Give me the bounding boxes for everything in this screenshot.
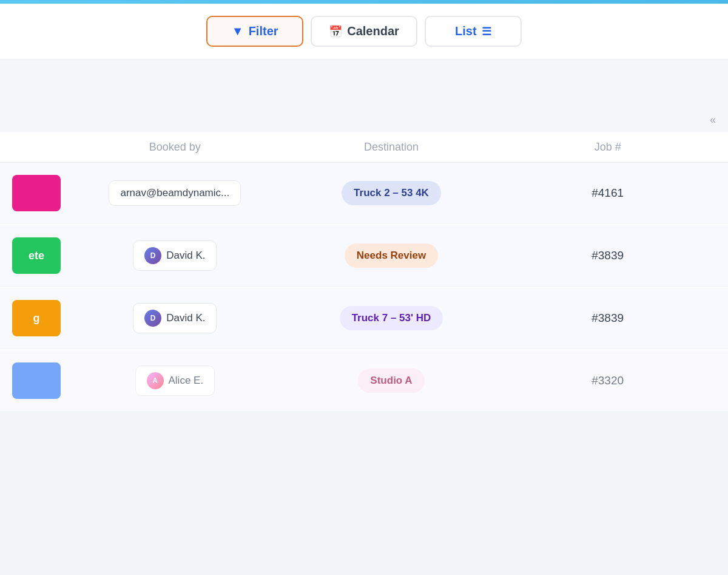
list-icon: ☰ — [482, 25, 491, 38]
collapse-sidebar-button[interactable]: « — [710, 114, 716, 126]
job-cell-4: #3320 — [499, 374, 716, 387]
col-item-header — [12, 141, 67, 154]
job-cell-3: #3839 — [499, 311, 716, 325]
table-header: Booked by Destination Job # — [0, 132, 728, 163]
job-number-2: #3839 — [592, 249, 624, 262]
booked-by-cell-3: D David K. — [67, 303, 283, 333]
destination-badge-3: Truck 7 – 53' HD — [340, 306, 443, 330]
booked-by-text-3: David K. — [166, 312, 205, 324]
destination-cell-2: Needs Review — [283, 243, 500, 268]
destination-cell-4: Studio A — [283, 369, 500, 393]
destination-text-3: Truck 7 – 53' HD — [352, 312, 431, 324]
booked-badge-4: A Alice E. — [135, 366, 215, 396]
destination-badge-1: Truck 2 – 53 4K — [342, 181, 441, 205]
row-label-1 — [12, 175, 67, 211]
destination-cell-3: Truck 7 – 53' HD — [283, 306, 500, 330]
table-row[interactable]: g D David K. Truck 7 – 53' HD #3839 — [0, 288, 728, 349]
filter-label: Filter — [249, 24, 278, 38]
filter-button[interactable]: ▼ Filter — [206, 16, 303, 47]
avatar-3: D — [144, 310, 161, 327]
toolbar: ▼ Filter 📅 Calendar List ☰ — [206, 16, 522, 47]
booked-by-text-4: Alice E. — [169, 375, 204, 387]
list-label: List — [455, 24, 477, 38]
booked-by-text-1: arnav@beamdynamic... — [120, 187, 229, 199]
destination-text-2: Needs Review — [357, 250, 426, 261]
destination-text-1: Truck 2 – 53 4K — [354, 187, 429, 199]
destination-badge-2: Needs Review — [345, 243, 438, 268]
label-badge-3: g — [12, 300, 61, 336]
destination-text-4: Studio A — [370, 375, 412, 386]
table-row[interactable]: arnav@beamdynamic... Truck 2 – 53 4K #41… — [0, 163, 728, 224]
calendar-button[interactable]: 📅 Calendar — [311, 16, 417, 47]
list-button[interactable]: List ☰ — [425, 16, 522, 47]
row-label-3: g — [12, 300, 67, 336]
job-number-1: #4161 — [592, 186, 624, 200]
calendar-label: Calendar — [347, 24, 399, 38]
table-row[interactable]: A Alice E. Studio A #3320 — [0, 350, 728, 412]
col-destination-header: Destination — [283, 141, 500, 154]
destination-badge-4: Studio A — [358, 369, 424, 393]
job-number-3: #3839 — [592, 311, 624, 325]
label-badge-4 — [12, 362, 61, 399]
col-job-header: Job # — [499, 141, 716, 154]
label-badge-1 — [12, 175, 61, 211]
job-number-4: #3320 — [592, 374, 624, 387]
row-label-2: ete — [12, 237, 67, 274]
booked-badge-1: arnav@beamdynamic... — [109, 180, 241, 206]
booked-badge-2: D David K. — [133, 240, 217, 271]
booked-by-text-2: David K. — [166, 250, 205, 262]
label-badge-2: ete — [12, 237, 61, 274]
calendar-icon: 📅 — [329, 25, 342, 38]
destination-cell-1: Truck 2 – 53 4K — [283, 181, 500, 205]
header-area: ▼ Filter 📅 Calendar List ☰ — [0, 4, 728, 60]
avatar-2: D — [144, 247, 161, 264]
col-booked-by-header: Booked by — [67, 141, 283, 154]
row-label-4 — [12, 362, 67, 399]
table-row[interactable]: ete D David K. Needs Review #3839 — [0, 225, 728, 287]
booked-by-cell-2: D David K. — [67, 240, 283, 271]
job-cell-1: #4161 — [499, 186, 716, 200]
data-table: Booked by Destination Job # arnav@beamdy… — [0, 132, 728, 412]
booked-by-cell-4: A Alice E. — [67, 366, 283, 396]
booked-badge-3: D David K. — [133, 303, 217, 333]
avatar-4: A — [147, 372, 164, 389]
booked-by-cell-1: arnav@beamdynamic... — [67, 180, 283, 206]
job-cell-2: #3839 — [499, 249, 716, 262]
filter-icon: ▼ — [232, 24, 244, 38]
